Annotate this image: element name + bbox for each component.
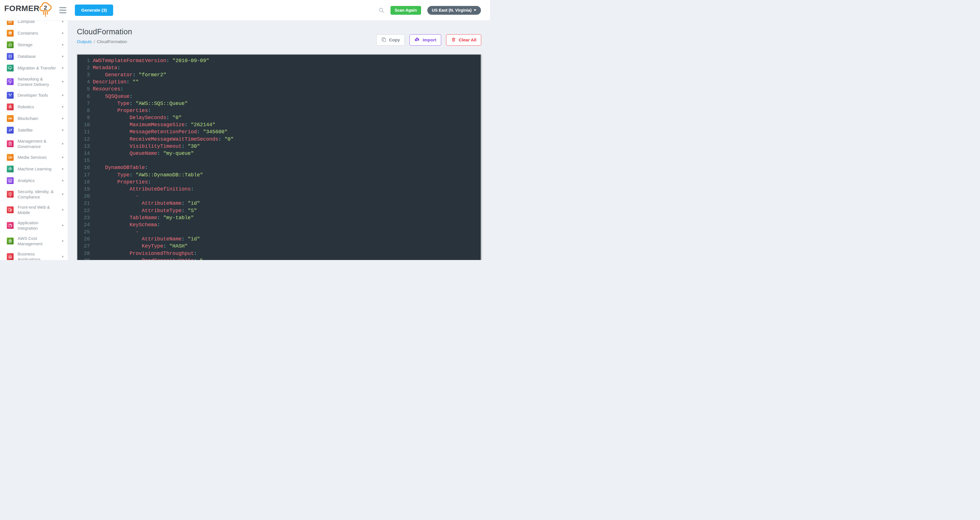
sidebar-item-label: Storage [18, 42, 62, 47]
sidebar-item-label: Robotics [18, 104, 62, 110]
code-text: Type: "AWS::SQS::Queue" [93, 101, 188, 107]
management-governance-icon [7, 140, 14, 147]
sidebar-item-storage[interactable]: Storage [0, 39, 68, 51]
search-icon[interactable] [379, 7, 384, 13]
sidebar-item-migration-transfer[interactable]: Migration & Transfer [0, 62, 68, 74]
sidebar-item-database[interactable]: Database [0, 51, 68, 62]
clear-all-button-label: Clear All [459, 37, 476, 43]
line-number: 24 [78, 222, 90, 228]
code-text: DynamoDBTable: [93, 165, 148, 170]
line-number: 25 [78, 229, 90, 235]
aws-cost-management-icon [7, 238, 14, 245]
sidebar-item-media-services[interactable]: Media Services [0, 151, 68, 163]
line-number: 16 [78, 165, 90, 170]
line-number: 5 [78, 86, 90, 92]
chevron-right-icon [62, 55, 64, 57]
app-header: FORMER 2 Generate (3) Scan Again US East… [0, 0, 490, 21]
chevron-right-icon [62, 81, 64, 83]
sidebar-item-management-governance[interactable]: Management & Governance [0, 136, 68, 151]
code-line: 3 Generator: "former2" [78, 71, 480, 78]
sidebar-item-developer-tools[interactable]: Developer Tools [0, 89, 68, 101]
code-line: 17 Type: "AWS::DynamoDB::Table" [78, 171, 480, 178]
line-number: 4 [78, 79, 90, 85]
code-line: 11 MessageRetentionPeriod: "345600" [78, 129, 480, 135]
line-number: 8 [78, 108, 90, 113]
breadcrumb-outputs-link[interactable]: Outputs [77, 39, 92, 44]
code-line: 29 ReadCapacityUnits: 5 [78, 257, 480, 260]
sidebar-item-label: AWS Cost Management [18, 235, 62, 246]
code-text: - [93, 229, 138, 235]
sidebar-item-label: Migration & Transfer [18, 65, 62, 71]
clear-all-button[interactable]: Clear All [446, 34, 481, 46]
machine-learning-icon [7, 165, 14, 172]
developer-tools-icon [7, 92, 14, 99]
sidebar-item-compute[interactable]: Compute [0, 21, 68, 27]
code-line: 15 [78, 157, 480, 164]
sidebar-item-front-end-web-mobile[interactable]: Front-end Web & Mobile [0, 202, 68, 218]
sidebar-item-networking-content-delivery[interactable]: Networking & Content Delivery [0, 74, 68, 89]
robotics-icon [7, 103, 14, 110]
sidebar-item-aws-cost-management[interactable]: AWS Cost Management [0, 233, 68, 249]
former2-logo[interactable]: FORMER 2 [4, 0, 52, 21]
code-line: 28 ProvisionedThroughput: [78, 250, 480, 257]
sidebar-item-business-applications[interactable]: Business Applications [0, 249, 68, 260]
sidebar-item-security-identity-compliance[interactable]: Security, Identity, & Compliance [0, 186, 68, 202]
sidebar-item-analytics[interactable]: Analytics [0, 175, 68, 186]
sidebar-item-label: Machine Learning [18, 166, 62, 172]
sidebar-item-label: Networking & Content Delivery [18, 76, 62, 87]
sidebar-item-containers[interactable]: Containers [0, 27, 68, 39]
line-number: 12 [78, 137, 90, 142]
chevron-right-icon [62, 21, 64, 23]
chevron-right-icon [62, 44, 64, 46]
sidebar-item-label: Front-end Web & Mobile [18, 204, 62, 215]
chevron-right-icon [62, 168, 64, 170]
line-number: 1 [78, 58, 90, 64]
sidebar-item-label: Containers [18, 30, 62, 36]
code-text: KeySchema: [93, 222, 160, 228]
line-number: 19 [78, 186, 90, 192]
menu-icon[interactable] [57, 5, 68, 15]
breadcrumb-separator: / [94, 39, 95, 44]
region-selector[interactable]: US East (N. Virginia) [427, 6, 481, 15]
chevron-right-icon [62, 193, 64, 196]
line-number: 11 [78, 129, 90, 135]
line-number: 18 [78, 179, 90, 185]
code-text: Properties: [93, 179, 151, 185]
code-line: 7 Type: "AWS::SQS::Queue" [78, 100, 480, 107]
application-integration-icon [7, 222, 14, 229]
copy-button[interactable]: Copy [376, 34, 405, 46]
chevron-right-icon [62, 67, 64, 69]
cloud-upload-icon [414, 37, 420, 43]
code-text: Metadata: [93, 65, 120, 71]
code-line: 14 QueueName: "my-queue" [78, 150, 480, 157]
sidebar-item-satellite[interactable]: Satellite [0, 124, 68, 136]
code-line: 23 TableName: "my-table" [78, 214, 480, 221]
chevron-right-icon [62, 209, 64, 211]
import-button[interactable]: Import [409, 34, 441, 46]
code-line: 4Description: "" [78, 78, 480, 86]
code-text: Resources: [93, 86, 123, 92]
sidebar-item-robotics[interactable]: Robotics [0, 101, 68, 113]
line-number: 2 [78, 65, 90, 71]
sidebar-item-application-integration[interactable]: Application Integration [0, 218, 68, 233]
copy-icon [381, 37, 387, 43]
sidebar-item-label: Database [18, 54, 62, 59]
sidebar-item-blockchain[interactable]: Blockchain [0, 113, 68, 124]
sidebar-item-machine-learning[interactable]: Machine Learning [0, 163, 68, 175]
code-text: ReadCapacityUnits: 5 [93, 258, 203, 260]
code-line: 18 Properties: [78, 178, 480, 185]
line-number: 7 [78, 101, 90, 107]
line-number: 3 [78, 72, 90, 78]
import-button-label: Import [423, 37, 436, 43]
code-line: 10 MaximumMessageSize: "262144" [78, 121, 480, 129]
line-number: 13 [78, 143, 90, 149]
svg-text:2: 2 [44, 4, 47, 11]
line-number: 14 [78, 151, 90, 156]
code-line: 1AWSTemplateFormatVersion: "2010-09-09" [78, 57, 480, 64]
code-line: 8 Properties: [78, 107, 480, 114]
line-number: 20 [78, 193, 90, 199]
cloudformation-code-block[interactable]: 1AWSTemplateFormatVersion: "2010-09-09"2… [77, 54, 481, 260]
scan-again-button[interactable]: Scan Again [390, 6, 421, 15]
generate-button[interactable]: Generate (3) [75, 5, 113, 16]
code-line: 22 AttributeType: "S" [78, 207, 480, 214]
